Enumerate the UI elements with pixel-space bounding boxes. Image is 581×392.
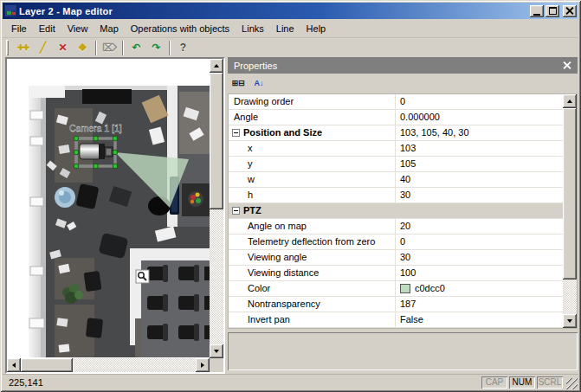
title-bar[interactable]: Layer 2 - Map editor <box>3 3 578 19</box>
map-canvas[interactable]: Camera 1 [1] <box>7 59 210 358</box>
scroll-right-button[interactable] <box>196 358 210 372</box>
scroll-down-button[interactable] <box>563 314 577 328</box>
menu-line[interactable]: Line <box>270 21 300 36</box>
property-value[interactable]: 103, 105, 40, 30 <box>396 125 563 141</box>
property-label: Drawing order <box>234 94 294 109</box>
app-icon <box>5 5 16 16</box>
properties-header: Properties <box>228 57 578 74</box>
redo-button[interactable]: ↷ <box>146 39 166 57</box>
maximize-button[interactable] <box>545 5 559 17</box>
sort-alphabetical-button[interactable]: A↓ <box>250 76 268 92</box>
scrollbar-track[interactable] <box>210 73 223 344</box>
property-value[interactable]: 20 <box>396 219 563 235</box>
scrollbar-track[interactable] <box>563 108 577 314</box>
property-value[interactable]: c0dcc0 <box>396 281 563 297</box>
property-label: Nontransparency <box>248 297 320 312</box>
property-label: x <box>248 141 253 156</box>
arrow-up-icon <box>214 64 219 67</box>
toolbar-separator <box>169 41 171 55</box>
toolbar: ✚✚╱✕❖⌦↶↷? <box>3 37 578 57</box>
property-value[interactable]: 0 <box>396 94 563 110</box>
arrow-down-icon <box>214 350 219 353</box>
menu-help[interactable]: Help <box>300 21 332 36</box>
property-value[interactable]: False <box>396 312 563 328</box>
toolbar-separator <box>122 41 124 55</box>
draw-line-button[interactable]: ╱ <box>33 39 53 57</box>
minimize-icon <box>533 14 540 16</box>
delete-object-icon: ✕ <box>58 42 67 53</box>
property-value[interactable]: 30 <box>396 250 563 266</box>
scroll-down-button[interactable] <box>210 344 223 358</box>
property-row-ptz[interactable]: PTZ <box>229 203 563 219</box>
property-value[interactable]: 30 <box>396 188 563 203</box>
menu-view[interactable]: View <box>61 21 94 36</box>
menu-file[interactable]: File <box>5 21 33 36</box>
delete-object-button[interactable]: ✕ <box>53 39 73 57</box>
property-row-viewing-angle[interactable]: Viewing angle30 <box>229 250 563 266</box>
property-label: h <box>248 188 253 202</box>
property-value[interactable] <box>396 203 563 219</box>
scrollbar-track[interactable] <box>21 358 196 372</box>
scroll-left-button[interactable] <box>7 358 21 372</box>
eraser-icon: ⌦ <box>102 42 117 53</box>
property-row-telemetry-deflection[interactable]: Telemetry deflection from zero0 <box>229 235 563 250</box>
edit-vertices-button[interactable]: ❖ <box>73 39 93 57</box>
scroll-up-button[interactable] <box>210 59 223 73</box>
property-row-angle[interactable]: Angle0.000000 <box>229 110 563 125</box>
grid-vertical-scrollbar[interactable] <box>563 94 577 328</box>
categorized-button[interactable]: ⊞⊟ <box>229 76 247 92</box>
menu-edit[interactable]: Edit <box>33 21 61 36</box>
property-row-position-and-size[interactable]: Position and Size103, 105, 40, 30 <box>229 125 563 141</box>
add-points-icon: ✚✚ <box>17 44 29 52</box>
property-label: Angle <box>234 110 258 125</box>
property-value[interactable]: 0 <box>396 235 563 250</box>
panel-close-button[interactable] <box>560 60 574 72</box>
property-row-h[interactable]: h30 <box>229 188 563 203</box>
close-icon <box>563 61 571 69</box>
resize-grip[interactable] <box>566 378 578 389</box>
arrow-up-icon <box>567 100 572 103</box>
property-row-y[interactable]: y105 <box>229 157 563 172</box>
add-points-button[interactable]: ✚✚ <box>13 39 33 57</box>
property-row-viewing-distance[interactable]: Viewing distance100 <box>229 266 563 281</box>
help-button[interactable]: ? <box>173 39 193 57</box>
property-row-angle-on-map[interactable]: Angle on map20 <box>229 219 563 235</box>
scrollbar-thumb[interactable] <box>563 108 577 280</box>
color-swatch[interactable] <box>400 284 410 293</box>
menu-links[interactable]: Links <box>236 21 270 36</box>
menu-map[interactable]: Map <box>94 21 124 36</box>
property-value[interactable]: 100 <box>396 266 563 281</box>
eraser-button[interactable]: ⌦ <box>100 39 119 57</box>
property-value[interactable]: 40 <box>396 172 563 188</box>
scrollbar-thumb[interactable] <box>210 73 223 209</box>
sort-alphabetical-icon: A↓ <box>255 79 264 87</box>
property-label: Invert pan <box>248 312 290 327</box>
menu-operations-with-objects[interactable]: Operations with objects <box>125 21 236 36</box>
minimize-button[interactable] <box>530 5 544 17</box>
property-label: Viewing distance <box>248 266 319 280</box>
undo-button[interactable]: ↶ <box>126 39 146 57</box>
close-button[interactable] <box>563 5 577 17</box>
property-row-nontransparency[interactable]: Nontransparency187 <box>229 297 563 312</box>
redo-icon: ↷ <box>152 42 160 53</box>
scrollbar-thumb[interactable] <box>21 358 73 372</box>
toolbar-gripper[interactable] <box>6 40 9 55</box>
menu-bar: FileEditViewMapOperations with objectsLi… <box>3 19 578 37</box>
property-row-color[interactable]: Colorc0dcc0 <box>229 281 563 297</box>
map-horizontal-scrollbar[interactable] <box>7 358 210 372</box>
property-value[interactable]: 103 <box>396 141 563 157</box>
property-row-x[interactable]: x103 <box>229 141 563 157</box>
property-description <box>228 332 578 370</box>
collapse-icon[interactable] <box>232 129 240 137</box>
scroll-up-button[interactable] <box>563 94 577 108</box>
property-value[interactable]: 0.000000 <box>396 110 563 125</box>
property-value[interactable]: 105 <box>396 157 563 172</box>
sensor-icon[interactable] <box>136 270 149 283</box>
property-row-w[interactable]: w40 <box>229 172 563 188</box>
property-row-drawing-order[interactable]: Drawing order0 <box>229 94 563 110</box>
map-vertical-scrollbar[interactable] <box>210 59 223 358</box>
property-value[interactable]: 187 <box>396 297 563 312</box>
window-title: Layer 2 - Map editor <box>19 6 530 16</box>
collapse-icon[interactable] <box>232 207 240 215</box>
property-row-invert-pan[interactable]: Invert panFalse <box>229 312 563 328</box>
